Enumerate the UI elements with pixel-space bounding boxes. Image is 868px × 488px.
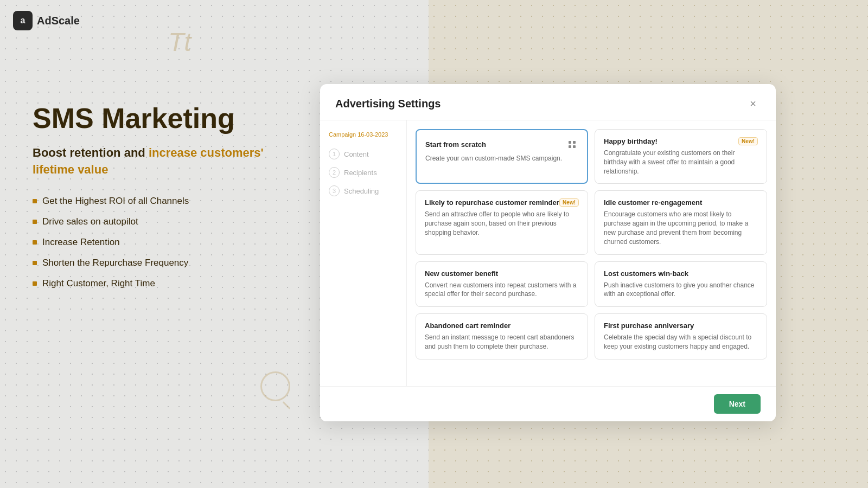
template-title: Start from scratch <box>425 140 486 149</box>
template-card-idle-customer[interactable]: Idle customer re-engagement Encourage cu… <box>595 190 767 254</box>
template-card-new-customer[interactable]: New customer benefit Convert new custome… <box>416 261 588 307</box>
template-grid: Start from scratch Create your own custo… <box>407 120 776 386</box>
close-button[interactable]: × <box>745 96 761 111</box>
template-title: Likely to repurchase customer reminder <box>425 198 559 207</box>
advertising-settings-modal: Advertising Settings × Campaign 16-03-20… <box>320 84 776 421</box>
template-description: Convert new customers into repeat custom… <box>425 281 579 299</box>
template-card-header: New customer benefit <box>425 269 579 278</box>
step-label: Recipients <box>344 169 377 177</box>
template-description: Encourage customers who are most likely … <box>604 210 758 246</box>
step-number: 3 <box>329 185 340 196</box>
sidebar-step-recipients: 2 Recipients <box>329 167 398 178</box>
template-description: Create your own custom-made SMS campaign… <box>425 154 578 163</box>
template-card-header: Lost customers win-back <box>604 269 758 278</box>
template-card-header: First purchase anniversary <box>604 322 758 330</box>
template-card-abandoned-cart[interactable]: Abandoned cart reminder Send an instant … <box>416 313 588 359</box>
grid-dot <box>573 145 576 148</box>
template-card-header: Idle customer re-engagement <box>604 198 758 207</box>
sidebar-step-scheduling: 3 Scheduling <box>329 185 398 196</box>
template-card-likely-repurchase[interactable]: Likely to repurchase customer reminder N… <box>416 190 588 254</box>
template-description: Send an instant message to recent cart a… <box>425 333 579 351</box>
template-title: Lost customers win-back <box>604 269 688 278</box>
modal-sidebar: Campaign 16-03-2023 1 Content 2 Recipien… <box>320 120 407 386</box>
template-description: Congratulate your existing customers on … <box>604 149 758 176</box>
template-title: Happy birthday! <box>604 137 658 145</box>
grid-dot <box>569 141 571 144</box>
step-label: Content <box>344 150 369 158</box>
step-number: 2 <box>329 167 340 178</box>
template-description: Send an attractive offer to people who a… <box>425 210 579 237</box>
template-card-happy-birthday[interactable]: Happy birthday! New! Congratulate your e… <box>595 129 767 184</box>
modal-footer: Next <box>320 386 776 421</box>
modal-header: Advertising Settings × <box>320 84 776 120</box>
grid-dot <box>569 145 571 148</box>
template-card-header: Start from scratch <box>425 138 578 151</box>
sidebar-step-content: 1 Content <box>329 149 398 159</box>
grid-dot <box>573 141 576 144</box>
modal-title: Advertising Settings <box>335 98 441 110</box>
template-title: Abandoned cart reminder <box>425 322 510 330</box>
modal-body: Campaign 16-03-2023 1 Content 2 Recipien… <box>320 120 776 386</box>
new-badge: New! <box>559 198 579 207</box>
step-number: 1 <box>329 149 340 159</box>
template-title: First purchase anniversary <box>604 322 694 330</box>
new-badge: New! <box>738 137 758 145</box>
template-card-lost-customers[interactable]: Lost customers win-back Push inactive cu… <box>595 261 767 307</box>
template-card-first-purchase[interactable]: First purchase anniversary Celebrate the… <box>595 313 767 359</box>
sidebar-steps: 1 Content 2 Recipients 3 Scheduling <box>329 149 398 196</box>
template-title: Idle customer re-engagement <box>604 198 702 207</box>
template-description: Push inactive customers to give you anot… <box>604 281 758 299</box>
template-title: New customer benefit <box>425 269 498 278</box>
grid-icon <box>565 138 578 151</box>
template-card-header: Likely to repurchase customer reminder N… <box>425 198 579 207</box>
campaign-date: Campaign 16-03-2023 <box>329 131 398 138</box>
template-card-header: Happy birthday! New! <box>604 137 758 145</box>
template-card-header: Abandoned cart reminder <box>425 322 579 330</box>
template-card-start-from-scratch[interactable]: Start from scratch Create your own custo… <box>416 129 588 184</box>
step-label: Scheduling <box>344 187 379 195</box>
template-description: Celebrate the special day with a special… <box>604 333 758 351</box>
next-button[interactable]: Next <box>714 394 761 414</box>
